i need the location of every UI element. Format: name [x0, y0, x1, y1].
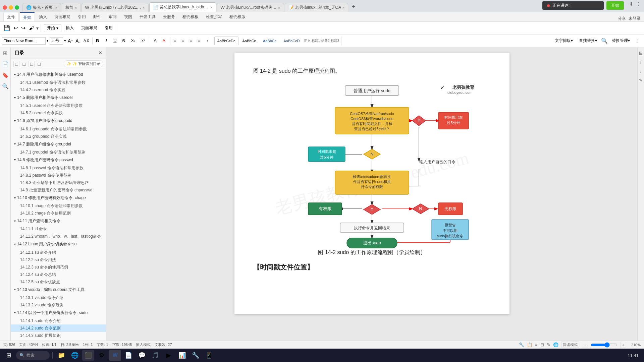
strikethrough-button[interactable]: S [120, 37, 128, 45]
replace-manage-btn[interactable]: 替换管理▾ [610, 37, 632, 44]
tab-4-close[interactable]: × [210, 5, 212, 9]
taskbar-app-chat[interactable]: 💬 [136, 350, 148, 361]
style-normal[interactable]: AaBbCcDc [214, 37, 238, 45]
more-options-btn[interactable]: ⋮ [634, 38, 642, 44]
status-icon-6[interactable]: 🌐 [553, 342, 558, 347]
toc-icon-4[interactable]: □ [36, 61, 42, 67]
align-right[interactable]: ≡ [187, 37, 195, 45]
tab-2-close[interactable]: × [75, 6, 77, 10]
tab-start[interactable]: 开始 [19, 12, 35, 21]
taskbar-app-tool[interactable]: 🔧 [190, 350, 202, 361]
status-icon-5[interactable]: ✎ [547, 342, 550, 347]
line-spacing[interactable]: ↕ [204, 37, 211, 45]
toc-item-14-10[interactable]: ▾ 14.10 修改用户密码有效期命令: chage [11, 194, 106, 202]
font-color-button[interactable]: A [160, 37, 168, 45]
format-paint[interactable]: 🖌 [28, 24, 36, 32]
style-heading1[interactable]: AaBbCc [239, 37, 259, 45]
toc-item-14-10-1[interactable]: 14.10.1 chage 命令语法和常用参数 [11, 202, 106, 209]
font-decrease[interactable]: A↓ [75, 38, 82, 44]
tab-insert[interactable]: 插入 [36, 12, 50, 21]
toc-item-14-14-2[interactable]: 14.14.2 sudo 命令范例 [11, 324, 106, 332]
toc-icon-3[interactable]: □ [29, 61, 35, 67]
search-sidebar-icon[interactable]: 🔍 [2, 83, 9, 89]
font-increase[interactable]: A↑ [67, 38, 74, 44]
toc-item-14-14-1[interactable]: 14.14.1 sudo 命令介绍 [11, 317, 106, 324]
new-tab-button[interactable]: + [349, 3, 358, 12]
align-left[interactable]: ≡ [171, 37, 179, 45]
taskbar-app-music[interactable]: 🎵 [149, 350, 161, 361]
underline-button[interactable]: U [111, 37, 119, 45]
toc-item-14-14[interactable]: ▾ 14.14 以另一个用户身份执行命令: sudo [11, 309, 106, 317]
tab-1[interactable]: 🌐 极光 - 首页 × [22, 3, 61, 12]
close-btn[interactable] [3, 5, 7, 10]
minimize-btn[interactable] [9, 5, 13, 10]
toc-item-14-12-4[interactable]: 14.12.4 su 命令总结 [11, 271, 106, 278]
tab-4[interactable]: 📄 吴总是我字Linux_A_oldboy2版 × [149, 2, 216, 12]
toc-icon-2[interactable]: □ [21, 61, 27, 67]
toc-item-14-7-1[interactable]: 14.7.1 groupdel 命令语法和使用范例 [11, 148, 106, 156]
font-name-input[interactable] [2, 37, 46, 45]
tab-2[interactable]: 极简 × [62, 3, 80, 12]
tab-template2[interactable]: 稻壳模版 [226, 12, 249, 21]
toc-item-14-12-1[interactable]: 14.12.1 su 命令介绍 [11, 249, 106, 256]
live-text-input[interactable] [572, 3, 599, 8]
toc-item-14-4[interactable]: ▾ 14.4 用户信息修改相关命令 usermod [11, 70, 106, 79]
toc-item-14-14-3[interactable]: 14.14.3 sudo 扩展知识 [11, 332, 106, 339]
find-replace-btn[interactable]: 查找替换▾ [577, 37, 599, 44]
redo-button[interactable]: ↪ [20, 24, 27, 32]
tab-5-close[interactable]: × [278, 6, 280, 10]
taskbar-app-terminal[interactable]: ⬛ [82, 350, 94, 361]
toc-item-14-8-2[interactable]: 14.8.2 passwd 命令使用范例 [11, 172, 106, 179]
page-layout-btn[interactable]: 页面布局 [78, 24, 100, 32]
more-tools-icon[interactable]: ▾ [36, 25, 39, 31]
tab-layout[interactable]: 页面布局 [51, 12, 74, 21]
taskbar-app-video[interactable]: ▶ [163, 350, 175, 361]
share-icon[interactable]: 分享 [618, 16, 626, 21]
bold-button[interactable]: B [94, 37, 102, 45]
toc-item-14-5[interactable]: ▾ 14.5 删除用户相关命令 userdel [11, 94, 106, 102]
taskbar-app-mobile[interactable]: 📱 [203, 350, 215, 361]
tab-template[interactable]: 稻壳模板 [179, 12, 202, 21]
tab-references[interactable]: 引用 [74, 12, 89, 21]
toc-item-14-6-2[interactable]: 14.6.2 groupadd 命令实践 [11, 133, 106, 140]
tab-cloud[interactable]: 云服务 [160, 12, 178, 21]
reference-btn[interactable]: 引用 [102, 24, 116, 32]
superscript-button[interactable]: X² [139, 37, 148, 45]
highlight-button[interactable]: A [151, 37, 159, 45]
panel-icon-2[interactable]: T [640, 60, 642, 65]
clear-format[interactable]: A✗ [83, 38, 90, 44]
tab-view[interactable]: 视图 [121, 12, 136, 21]
taskbar-search[interactable]: 🔍 搜索 [16, 351, 50, 360]
italic-button[interactable]: I [102, 37, 110, 45]
settings-icon[interactable]: ⋮ [636, 1, 641, 7]
toc-item-14-13[interactable]: ▾ 14.13 visudo：编辑 sudoers 文件工具 [11, 286, 106, 294]
toc-item-14-11-1[interactable]: 14.11.1 id 命令 [11, 225, 106, 233]
ai-recognize-btn[interactable]: ✨ ✨ 智能识别目录 [64, 60, 103, 67]
tab-3[interactable]: W 老男孩Linux77...老男20210511 × [82, 3, 149, 12]
toc-icon-1[interactable]: □ [13, 61, 19, 67]
tab-developer[interactable]: 开发工具 [136, 12, 159, 21]
tab-5[interactable]: W 老男孩Linux7...root密码失找回... × [217, 3, 284, 12]
toc-item-14-13-2[interactable]: 14.13.2 visudo 命令范例 [11, 301, 106, 309]
toc-item-14-8-1[interactable]: 14.8.1 passwd 命令语法和常用参数 [11, 164, 106, 172]
toc-item-14-5-1[interactable]: 14.5.1 userdel 命令语法和常用参数 [11, 102, 106, 109]
zoom-plus-btn[interactable]: + [620, 342, 626, 348]
tab-3-close[interactable]: × [143, 6, 145, 10]
menu-file[interactable]: 文件 [3, 12, 19, 21]
status-read-mode[interactable]: 阅读模式 [561, 342, 579, 348]
toc-item-14-8-3[interactable]: 14.8.3 企业场景下用户及密码管理思路 [11, 179, 106, 186]
font-size-input[interactable] [50, 37, 63, 45]
toc-item-14-5-2[interactable]: 14.5.2 userdel 命令实践 [11, 109, 106, 117]
toc-item-14-8[interactable]: ▾ 14.8 修改用户密码命令 passwd [11, 156, 106, 164]
tab-1-close[interactable]: × [55, 6, 57, 10]
taskbar-app-word[interactable]: W [109, 350, 121, 361]
style-heading2[interactable]: AaBbCc [260, 37, 279, 45]
save-button[interactable]: 💾 [2, 24, 11, 32]
tab-6[interactable]: 📝 老男孩linux...第4章_无OA × [285, 3, 348, 12]
live-start-button[interactable]: 开始 [606, 1, 624, 10]
toc-item-14-12-2[interactable]: 14.12.2 su 命令用法 [11, 256, 106, 263]
status-icon-3[interactable]: ≡ [535, 342, 538, 347]
align-center[interactable]: ≡ [179, 37, 187, 45]
user-icon[interactable]: 未登录 [629, 16, 641, 21]
toc-item-14-6-1[interactable]: 14.6.1 groupadd 命令语法和常用参数 [11, 125, 106, 133]
